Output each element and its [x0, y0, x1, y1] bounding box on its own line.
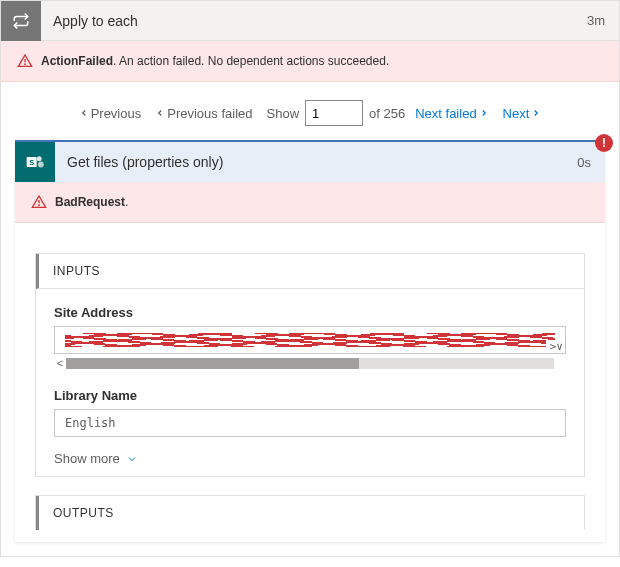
site-address-label: Site Address [54, 305, 566, 320]
scroll-left-icon[interactable]: < [54, 357, 66, 369]
get-files-card: ! S Get files (properties only) 0s [15, 140, 605, 542]
inputs-section: INPUTS Site Address [redacted URL] >∨ < [35, 253, 585, 477]
expand-icon[interactable]: >∨ [546, 340, 563, 353]
sharepoint-icon: S [15, 142, 55, 182]
outer-card-title: Apply to each [41, 13, 573, 29]
outer-error-banner: ActionFailed. An action failed. No depen… [1, 41, 619, 82]
chevron-right-icon [479, 108, 489, 118]
show-more-button[interactable]: Show more [54, 451, 138, 466]
apply-to-each-card: Apply to each 3m ActionFailed. An action… [0, 0, 620, 557]
outer-duration: 3m [573, 13, 619, 28]
next-button[interactable]: Next [499, 104, 546, 123]
inner-error-banner: BadRequest. [15, 182, 605, 223]
outer-card-header: Apply to each 3m [1, 1, 619, 41]
warning-icon [31, 194, 47, 210]
chevron-right-icon [531, 108, 541, 118]
horizontal-scrollbar[interactable]: < > [54, 356, 566, 370]
warning-icon [17, 53, 33, 69]
chevron-left-icon [155, 108, 165, 118]
error-badge-icon: ! [595, 134, 613, 152]
svg-point-4 [37, 156, 42, 161]
of-total: of 256 [369, 106, 405, 121]
pager: Previous Previous failed Show of 256 Nex… [1, 82, 619, 140]
library-name-field: Library Name English [54, 388, 566, 437]
svg-text:S: S [29, 158, 34, 167]
inner-card-title: Get files (properties only) [55, 154, 563, 170]
show-label: Show [267, 106, 300, 121]
loop-icon [1, 1, 41, 41]
prev-failed-button[interactable]: Previous failed [151, 104, 256, 123]
inner-card-header: S Get files (properties only) 0s [15, 142, 605, 182]
inputs-header: INPUTS [36, 254, 584, 289]
library-name-label: Library Name [54, 388, 566, 403]
svg-point-1 [25, 64, 26, 65]
site-address-value[interactable]: [redacted URL] >∨ [54, 326, 566, 354]
outputs-header: OUTPUTS [36, 496, 584, 530]
chevron-left-icon [79, 108, 89, 118]
chevron-down-icon [126, 453, 138, 465]
outer-error-text: ActionFailed. An action failed. No depen… [41, 54, 389, 68]
library-name-value[interactable]: English [54, 409, 566, 437]
page-input[interactable] [305, 100, 363, 126]
site-address-field: Site Address [redacted URL] >∨ < > [54, 305, 566, 370]
prev-button[interactable]: Previous [75, 104, 146, 123]
inner-error-text: BadRequest. [55, 195, 128, 209]
inner-duration: 0s [563, 155, 605, 170]
next-failed-button[interactable]: Next failed [411, 104, 492, 123]
svg-point-7 [39, 205, 40, 206]
svg-point-5 [38, 162, 44, 168]
outputs-section: OUTPUTS [35, 495, 585, 530]
